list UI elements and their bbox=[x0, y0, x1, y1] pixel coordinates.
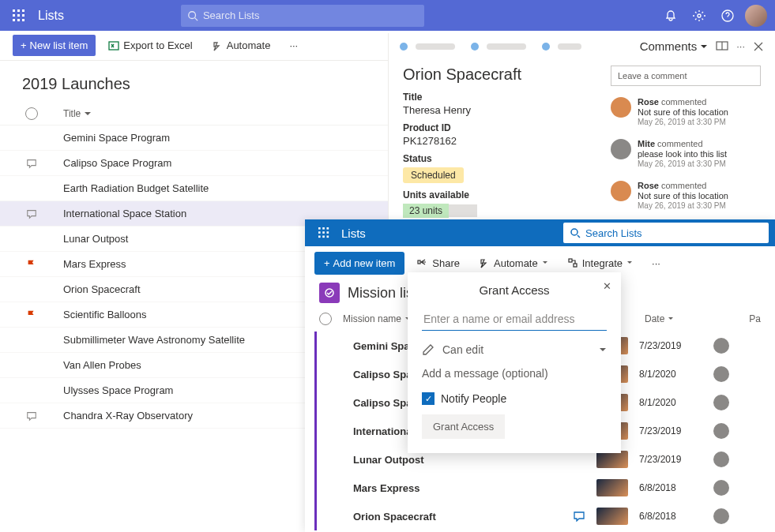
col-pa[interactable]: Pa bbox=[749, 313, 761, 324]
svg-point-9 bbox=[189, 11, 196, 18]
mission-date: 6/8/2018 bbox=[639, 511, 702, 522]
svg-line-28 bbox=[577, 235, 580, 238]
win2-search-box[interactable]: Search Lists bbox=[563, 223, 769, 243]
svg-rect-22 bbox=[322, 231, 325, 234]
svg-rect-5 bbox=[22, 14, 24, 17]
thumbnail bbox=[596, 451, 628, 468]
svg-rect-31 bbox=[574, 264, 577, 267]
mission-date: 6/8/2018 bbox=[639, 482, 702, 493]
svg-rect-29 bbox=[418, 260, 420, 264]
notify-checkbox[interactable]: ✓Notify People bbox=[422, 392, 607, 405]
row-icon bbox=[13, 309, 51, 320]
svg-rect-25 bbox=[322, 236, 325, 238]
mission-date: 8/1/2020 bbox=[639, 369, 702, 380]
permission-selector[interactable]: Can edit bbox=[422, 339, 607, 361]
search-icon bbox=[570, 227, 581, 238]
svg-rect-7 bbox=[17, 19, 20, 21]
grant-access-dialog: ✕ Grant Access Can edit Add a message (o… bbox=[408, 272, 621, 453]
mission-name: Orion Spacecraft bbox=[353, 511, 543, 523]
prop-productid-value: PK1278162 bbox=[403, 135, 611, 147]
win2-automate-button[interactable]: Automate bbox=[472, 253, 555, 274]
svg-rect-8 bbox=[22, 19, 24, 21]
dialog-title: Grant Access bbox=[422, 283, 607, 297]
comment-avatar bbox=[611, 139, 631, 159]
svg-rect-30 bbox=[569, 259, 572, 262]
mission-date: 8/1/2020 bbox=[639, 397, 702, 408]
comments-toggle[interactable]: Comments bbox=[640, 39, 709, 53]
flow-icon bbox=[212, 40, 223, 51]
units-progress: 23 units bbox=[403, 204, 611, 218]
app-name: Lists bbox=[38, 9, 64, 23]
comment-avatar bbox=[611, 181, 631, 201]
search-input[interactable] bbox=[203, 9, 418, 21]
recipient-input[interactable] bbox=[422, 308, 607, 331]
win2-app-name: Lists bbox=[341, 227, 366, 240]
flow-icon bbox=[479, 257, 490, 268]
help-icon[interactable] bbox=[715, 3, 740, 28]
svg-rect-26 bbox=[327, 236, 329, 238]
prop-title-label: Title bbox=[403, 92, 611, 103]
svg-rect-1 bbox=[17, 9, 20, 12]
thumbnail bbox=[596, 508, 628, 525]
row-avatar bbox=[713, 366, 729, 382]
chevron-down-icon bbox=[84, 110, 92, 118]
expand-icon[interactable] bbox=[716, 41, 728, 52]
add-new-item-button[interactable]: +Add new item bbox=[314, 252, 404, 275]
mission-name: Mars Express bbox=[353, 482, 543, 494]
comment-avatar bbox=[611, 97, 631, 118]
dialog-close-icon[interactable]: ✕ bbox=[603, 280, 611, 292]
prop-productid-label: Product ID bbox=[403, 122, 611, 133]
svg-rect-20 bbox=[327, 227, 329, 230]
win2-more-button[interactable]: ··· bbox=[645, 253, 667, 274]
share-button[interactable]: Share bbox=[411, 253, 466, 274]
comment: Rose commentedNot sure of this locationM… bbox=[611, 97, 761, 126]
list-icon bbox=[319, 283, 340, 303]
close-icon[interactable] bbox=[753, 41, 764, 52]
integrate-icon bbox=[567, 257, 578, 268]
win2-app-launcher[interactable] bbox=[311, 220, 337, 245]
panel-skeleton: Comments ··· bbox=[389, 33, 775, 59]
svg-rect-21 bbox=[318, 231, 321, 234]
svg-rect-19 bbox=[322, 227, 325, 230]
col-date[interactable]: Date bbox=[645, 313, 692, 324]
panel-more-icon[interactable]: ··· bbox=[736, 40, 745, 52]
automate-button[interactable]: Automate bbox=[205, 35, 277, 56]
svg-rect-4 bbox=[17, 14, 20, 17]
row-avatar bbox=[713, 451, 729, 467]
svg-rect-23 bbox=[327, 231, 329, 234]
new-item-button[interactable]: +New list item bbox=[13, 35, 96, 56]
notifications-icon[interactable] bbox=[658, 3, 683, 28]
win2-select-all[interactable] bbox=[319, 313, 332, 325]
win2-table-row[interactable]: Orion Spacecraft6/8/2018 bbox=[314, 502, 775, 530]
search-icon bbox=[187, 10, 198, 21]
row-avatar bbox=[713, 395, 729, 410]
svg-rect-18 bbox=[318, 227, 321, 230]
select-all[interactable] bbox=[25, 107, 38, 120]
chevron-down-icon bbox=[599, 346, 607, 354]
svg-rect-6 bbox=[13, 19, 15, 21]
message-input[interactable]: Add a message (optional) bbox=[422, 361, 607, 392]
row-icon bbox=[13, 158, 51, 169]
svg-point-27 bbox=[571, 229, 577, 235]
svg-rect-0 bbox=[13, 9, 15, 12]
mission-date: 7/23/2019 bbox=[639, 454, 702, 465]
chat-icon bbox=[573, 511, 585, 522]
svg-rect-13 bbox=[109, 42, 119, 50]
mission-name: Lunar Outpost bbox=[353, 454, 543, 466]
export-excel-button[interactable]: Export to Excel bbox=[102, 35, 198, 56]
more-button[interactable]: ··· bbox=[283, 35, 304, 56]
win2-table-row[interactable]: Mars Express6/8/2018 bbox=[314, 474, 775, 502]
user-avatar[interactable] bbox=[743, 3, 769, 28]
search-box[interactable] bbox=[181, 5, 424, 27]
prop-status-label: Status bbox=[403, 153, 611, 164]
grant-access-button[interactable]: Grant Access bbox=[422, 414, 505, 439]
row-icon bbox=[13, 410, 51, 421]
comment-input[interactable]: Leave a comment bbox=[611, 66, 761, 86]
app-launcher[interactable] bbox=[6, 3, 32, 28]
integrate-button[interactable]: Integrate bbox=[561, 253, 639, 274]
svg-rect-2 bbox=[22, 9, 24, 12]
comment: Mite commentedplease look into this list… bbox=[611, 139, 761, 168]
settings-icon[interactable] bbox=[687, 3, 712, 28]
share-icon bbox=[417, 257, 428, 268]
row-avatar bbox=[713, 423, 729, 439]
